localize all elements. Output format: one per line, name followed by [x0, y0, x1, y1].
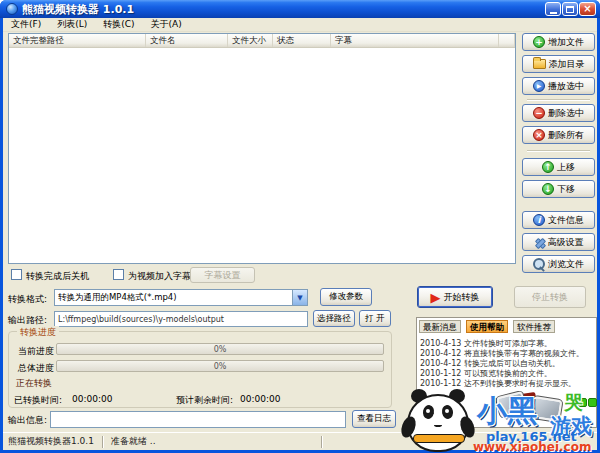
separator — [527, 150, 590, 152]
browse-file-button[interactable]: 浏览文件 — [522, 255, 595, 273]
total-progress-label: 总体进度 — [18, 362, 54, 375]
choose-path-label: 选择路径 — [317, 313, 351, 325]
watermark-url-red: www.xiaohei.com — [473, 441, 591, 453]
total-progress-value: 0% — [214, 362, 227, 371]
menu-list[interactable]: 列表(L) — [49, 17, 95, 32]
title-bar[interactable]: 熊猫视频转换器 1.0.1 × — [0, 0, 600, 18]
move-up-label: 上移 — [557, 161, 575, 174]
minimize-button[interactable] — [545, 2, 561, 16]
remove-selected-label: 删除选中 — [548, 107, 584, 120]
column-header-path[interactable]: 文件完整路径 — [9, 34, 146, 47]
column-header-subtitle[interactable]: 字幕 — [331, 34, 499, 47]
format-select[interactable]: 转换为通用的MP4格式(*.mp4) ▼ — [54, 289, 308, 306]
column-header-blank — [499, 34, 515, 47]
plus-icon: + — [533, 36, 545, 48]
arrow-up-icon: ↑ — [542, 161, 554, 173]
output-info-label: 输出信息: — [8, 414, 47, 427]
column-header-filesize[interactable]: 文件大小 — [228, 34, 273, 47]
advanced-settings-label: 高级设置 — [548, 236, 584, 249]
status-divider — [321, 436, 322, 448]
start-icon: ▶ — [431, 291, 441, 304]
tab-software-recommend[interactable]: 软件推荐 — [513, 320, 555, 333]
panda-mouth — [434, 423, 442, 427]
elapsed-time-label: 已转换时间: — [14, 394, 62, 407]
file-info-label: 文件信息 — [548, 214, 584, 227]
minus-icon: − — [533, 107, 545, 119]
choose-path-button[interactable]: 选择路径 — [313, 310, 355, 327]
subtitle-settings-button[interactable]: 字幕设置 — [190, 267, 255, 283]
remaining-time-value: 00:00:00 — [240, 394, 280, 404]
subtitle-settings-label: 字幕设置 — [205, 269, 241, 282]
close-icon: × — [583, 4, 591, 14]
remaining-time-label: 预计剩余时间: — [176, 394, 233, 407]
current-progress-bar: 0% — [56, 343, 384, 355]
separator — [527, 99, 590, 101]
move-down-button[interactable]: ↓ 下移 — [522, 180, 595, 198]
arrow-down-icon: ↓ — [542, 183, 554, 195]
move-up-button[interactable]: ↑ 上移 — [522, 158, 595, 176]
file-list[interactable]: 文件完整路径 文件名 文件大小 状态 字幕 — [8, 33, 516, 264]
shutdown-checkbox-label: 转换完成后关机 — [26, 270, 89, 283]
format-value: 转换为通用的MP4格式(*.mp4) — [55, 292, 292, 304]
converting-label: 正在转换 — [16, 377, 52, 390]
current-progress-label: 当前进度 — [18, 345, 54, 358]
modify-params-button[interactable]: 修改参数 — [320, 288, 372, 306]
close-button[interactable]: × — [579, 2, 596, 16]
modify-params-label: 修改参数 — [329, 291, 363, 303]
column-header-filename[interactable]: 文件名 — [146, 34, 228, 47]
shutdown-checkbox[interactable] — [11, 269, 22, 280]
menu-convert[interactable]: 转换(C) — [95, 17, 142, 32]
window-title: 熊猫视频转换器 1.0.1 — [22, 2, 134, 17]
subtitle-checkbox[interactable] — [113, 269, 124, 280]
play-selected-label: 播放选中 — [548, 80, 584, 93]
panda-pupil — [426, 409, 430, 413]
folder-icon — [533, 59, 546, 69]
stop-convert-button[interactable]: 停止转换 — [514, 286, 586, 308]
info-icon: i — [533, 214, 545, 226]
menu-file[interactable]: 文件(F) — [3, 17, 49, 32]
start-convert-button[interactable]: ▶ 开始转换 — [417, 286, 493, 308]
remove-selected-button[interactable]: − 删除选中 — [522, 104, 595, 122]
browse-file-label: 浏览文件 — [548, 258, 584, 271]
panda-pupil — [445, 409, 449, 413]
add-file-button[interactable]: + 增加文件 — [522, 33, 595, 51]
advanced-settings-button[interactable]: 高级设置 — [522, 233, 595, 251]
add-file-label: 增加文件 — [548, 36, 584, 49]
output-info-input[interactable] — [50, 411, 346, 428]
output-path-input[interactable] — [54, 311, 308, 327]
progress-group-title: 转换进度 — [17, 326, 59, 339]
menu-bar: 文件(F) 列表(L) 转换(C) 关于(A) — [3, 18, 597, 32]
open-path-label: 打 开 — [365, 313, 385, 325]
menu-about[interactable]: 关于(A) — [143, 17, 190, 32]
file-info-button[interactable]: i 文件信息 — [522, 211, 595, 229]
current-progress-value: 0% — [214, 345, 227, 354]
view-log-button[interactable]: 查看日志 — [352, 410, 396, 428]
tab-usage-help[interactable]: 使用帮助 — [466, 320, 508, 333]
elapsed-time-value: 00:00:00 — [72, 394, 112, 404]
column-header-status[interactable]: 状态 — [273, 34, 331, 47]
add-folder-button[interactable]: 添加目录 — [522, 55, 595, 73]
add-folder-label: 添加目录 — [549, 58, 585, 71]
status-divider — [102, 436, 103, 448]
move-down-label: 下移 — [557, 183, 575, 196]
panda-mascot — [399, 386, 479, 453]
status-app-version: 熊猫视频转换器1.0.1 — [3, 435, 99, 448]
panda-belt — [413, 434, 465, 443]
stop-convert-label: 停止转换 — [532, 291, 568, 304]
view-log-label: 查看日志 — [357, 413, 391, 425]
remove-all-label: 删除所有 — [548, 129, 584, 142]
subtitle-checkbox-label: 为视频加入字幕 — [128, 270, 191, 283]
minimize-icon — [550, 12, 557, 14]
remove-all-button[interactable]: × 删除所有 — [522, 126, 595, 144]
tools-icon — [534, 237, 545, 248]
tab-latest-news[interactable]: 最新消息 — [419, 320, 461, 333]
watermark-logo-text: 小黑 — [477, 396, 537, 426]
start-convert-label: 开始转换 — [444, 291, 480, 304]
maximize-button[interactable] — [562, 2, 578, 16]
play-selected-button[interactable]: ▶ 播放选中 — [522, 77, 595, 95]
play-icon: ▶ — [533, 80, 545, 92]
total-progress-bar: 0% — [56, 360, 384, 372]
chevron-down-icon[interactable]: ▼ — [292, 290, 307, 305]
open-path-button[interactable]: 打 开 — [359, 310, 391, 327]
watermark-logo-text-2: 哭 — [564, 393, 583, 412]
